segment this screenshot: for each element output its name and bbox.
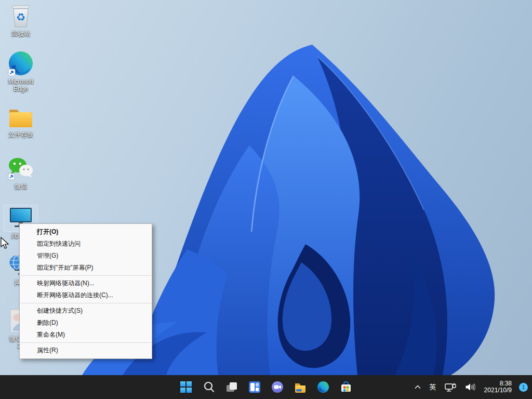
chat-icon	[271, 381, 284, 393]
desktop-icon-label: 回收站	[11, 30, 30, 37]
system-tray: 英 8:38	[413, 375, 528, 399]
file-explorer-icon	[294, 381, 307, 393]
svg-text:♻: ♻	[16, 11, 25, 23]
task-view-button[interactable]	[222, 378, 241, 396]
wechat-icon	[7, 156, 34, 181]
microsoft-store-button[interactable]	[337, 378, 355, 396]
search-button[interactable]	[200, 378, 218, 396]
windows-logo-icon	[180, 381, 192, 393]
menu-item-properties[interactable]: 属性(R)	[20, 344, 152, 356]
chevron-up-icon	[414, 384, 421, 390]
menu-item-rename[interactable]: 重命名(M)	[20, 329, 152, 341]
edge-icon	[317, 381, 329, 393]
taskbar-center-group	[177, 375, 355, 399]
taskbar: 英 8:38	[0, 375, 532, 399]
volume-tray-button[interactable]	[463, 381, 477, 393]
desktop-icon-label: 文件存放	[8, 131, 33, 138]
clock[interactable]: 8:38 2021/10/9	[482, 379, 514, 395]
menu-item-open[interactable]: 打开(O)	[20, 226, 152, 238]
desktop-icon-label: Microsoft Edge	[1, 78, 41, 92]
mouse-cursor	[0, 237, 10, 251]
ime-indicator[interactable]: 英	[428, 380, 438, 394]
edge-icon	[7, 50, 34, 77]
menu-separator	[20, 303, 151, 303]
menu-separator	[20, 275, 151, 276]
chat-button[interactable]	[268, 378, 287, 396]
widgets-icon	[248, 381, 261, 393]
desktop-icon-recycle-bin[interactable]: ♻ 回收站	[1, 3, 41, 37]
menu-item-delete[interactable]: 删除(D)	[20, 317, 152, 329]
desktop-icon-label: 微信	[15, 183, 27, 190]
menu-item-disconnect-network-drive[interactable]: 断开网络驱动器的连接(C)...	[20, 289, 152, 301]
context-menu: 打开(O) 固定到快速访问 管理(G) 固定到"开始"屏幕(P) 映射网络驱动器…	[19, 223, 152, 359]
menu-item-pin-quick-access[interactable]: 固定到快速访问	[20, 238, 152, 250]
network-tray-button[interactable]	[443, 381, 458, 394]
file-explorer-button[interactable]	[291, 378, 310, 396]
desktop-icon-edge[interactable]: Microsoft Edge	[1, 51, 41, 92]
menu-item-pin-to-start[interactable]: 固定到"开始"屏幕(P)	[20, 262, 152, 274]
notification-badge[interactable]: 1	[519, 383, 528, 392]
microsoft-store-icon	[340, 381, 352, 393]
widgets-button[interactable]	[245, 378, 264, 396]
desktop-icon-files-folder[interactable]: 文件存放	[1, 104, 41, 138]
start-button[interactable]	[177, 378, 195, 396]
folder-icon	[8, 105, 34, 128]
speaker-icon	[465, 383, 475, 391]
tray-overflow-button[interactable]	[413, 382, 423, 392]
menu-item-manage[interactable]: 管理(G)	[20, 250, 152, 262]
desktop-icon-wechat[interactable]: 微信	[1, 156, 41, 190]
recycle-bin-icon: ♻	[9, 4, 32, 28]
desktop: ♻ 回收站 Microsoft Edge	[0, 0, 532, 399]
edge-taskbar-button[interactable]	[314, 378, 332, 396]
search-icon	[203, 381, 215, 393]
menu-item-map-network-drive[interactable]: 映射网络驱动器(N)...	[20, 277, 152, 289]
tray-date: 2021/10/9	[484, 387, 512, 394]
menu-separator	[20, 342, 151, 343]
menu-item-create-shortcut[interactable]: 创建快捷方式(S)	[20, 305, 152, 317]
task-view-icon	[225, 381, 238, 393]
ethernet-icon	[445, 383, 457, 392]
